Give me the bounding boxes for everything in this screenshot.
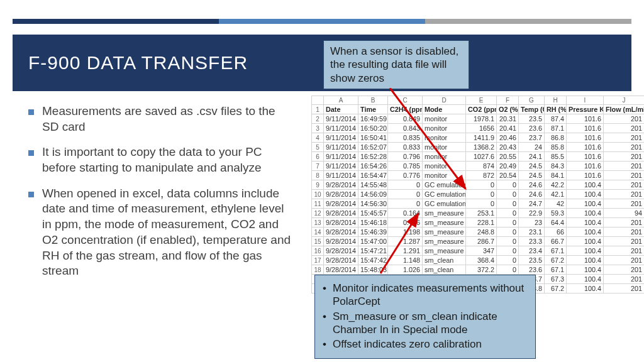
header-cell: CO2 (ppm (466, 105, 497, 114)
header-cell: Temp (C) (519, 105, 545, 114)
row-label: 11 (312, 199, 324, 209)
data-cell: monitor (423, 143, 466, 152)
data-cell: 94 (604, 209, 645, 218)
data-cell: 23.1 (519, 228, 545, 237)
data-cell: monitor (423, 133, 466, 143)
row-label: 13 (312, 218, 324, 228)
data-cell: 0 (388, 199, 423, 209)
data-cell: 67.3 (545, 275, 567, 284)
data-cell: 87.4 (545, 114, 567, 124)
data-cell: GC emulation (423, 199, 466, 209)
col-label: D (423, 96, 466, 105)
row-label: 16 (312, 246, 324, 256)
data-cell: 0 (388, 180, 423, 190)
data-cell: 100.4 (567, 228, 604, 237)
data-cell: 16:52:28 (358, 152, 388, 162)
body-text: Measurements are saved as .csv files to … (28, 104, 292, 289)
data-cell: 9/28/2014 (324, 265, 358, 275)
col-label: H (545, 96, 567, 105)
data-cell: 872 (466, 171, 497, 180)
data-cell: 87.1 (545, 124, 567, 133)
data-cell: 24.6 (519, 190, 545, 199)
data-cell: 101.6 (567, 133, 604, 143)
data-cell: 9/11/2014 (324, 162, 358, 171)
data-cell: 0.835 (388, 133, 423, 143)
data-cell: 22.9 (519, 209, 545, 218)
data-cell: 24.7 (519, 199, 545, 209)
data-cell: 15:47:00 (358, 237, 388, 246)
data-cell: 0.849 (388, 114, 423, 124)
row-label: 9 (312, 180, 324, 190)
data-cell: 0 (497, 256, 519, 265)
header-cell: O2 (%) (497, 105, 519, 114)
header-cell: C2H4 (ppmv) (388, 105, 423, 114)
row-label: 14 (312, 228, 324, 237)
data-cell: 253.1 (466, 209, 497, 218)
data-cell: 14:56:30 (358, 199, 388, 209)
callout-item: Offset indicates zero calibration (321, 337, 529, 351)
data-cell: 201 (604, 265, 645, 275)
data-cell: 101.6 (567, 124, 604, 133)
data-cell: 201 (604, 152, 645, 162)
col-label: A (324, 96, 358, 105)
data-cell: 85.8 (545, 143, 567, 152)
data-cell: 66 (545, 228, 567, 237)
data-cell: 228.1 (466, 218, 497, 228)
data-cell: 9/28/2014 (324, 190, 358, 199)
page-title: F-900 DATA TRANSFER (28, 52, 248, 74)
data-cell: 64.4 (545, 218, 567, 228)
row-label: 6 (312, 152, 324, 162)
data-cell: 201 (604, 143, 645, 152)
data-cell: 0 (497, 190, 519, 199)
data-cell: 0 (497, 209, 519, 218)
row-label: 10 (312, 190, 324, 199)
title-bar: F-900 DATA TRANSFER (13, 35, 631, 91)
data-cell: 286.7 (466, 237, 497, 246)
data-cell: sm_measure (423, 246, 466, 256)
body-bullet: It is important to copy the data to your… (28, 145, 292, 175)
data-cell: 16:50:41 (358, 133, 388, 143)
data-cell: 20.55 (497, 152, 519, 162)
body-bullet: When opened in excel, data columns inclu… (28, 186, 292, 279)
data-cell: 15:48:03 (358, 265, 388, 275)
data-cell: 24.5 (519, 171, 545, 180)
data-cell: 67.1 (545, 246, 567, 256)
data-cell: 67.1 (545, 265, 567, 275)
header-cell: Mode (423, 105, 466, 114)
header-cell: Pressure KPa (567, 105, 604, 114)
data-cell: 16:54:26 (358, 162, 388, 171)
data-cell: 0 (497, 199, 519, 209)
col-label: G (519, 96, 545, 105)
data-cell: 42 (545, 199, 567, 209)
data-cell: GC emulation (423, 190, 466, 199)
data-cell: 9/28/2014 (324, 199, 358, 209)
data-cell: 201 (604, 256, 645, 265)
data-cell: 14:55:48 (358, 180, 388, 190)
row-label: 3 (312, 124, 324, 133)
accent-bar (13, 19, 631, 24)
data-cell: 84.3 (545, 162, 567, 171)
data-cell: 372.2 (466, 265, 497, 275)
col-label: I (567, 96, 604, 105)
data-cell: 24.6 (519, 180, 545, 190)
data-cell: 0.164 (388, 209, 423, 218)
body-bullet: Measurements are saved as .csv files to … (28, 104, 292, 134)
row-label: 2 (312, 114, 324, 124)
data-cell: 1027.6 (466, 152, 497, 162)
data-cell: 9/28/2014 (324, 209, 358, 218)
data-cell: sm_measure (423, 209, 466, 218)
data-cell: 23.3 (519, 237, 545, 246)
data-cell: 16:54:47 (358, 171, 388, 180)
data-cell: 100.4 (567, 237, 604, 246)
data-cell: 0 (466, 199, 497, 209)
data-cell: 100.4 (567, 265, 604, 275)
data-cell: 1.291 (388, 246, 423, 256)
data-cell: 9/28/2014 (324, 256, 358, 265)
data-cell: sm_measure (423, 218, 466, 228)
data-cell: 14:56:09 (358, 190, 388, 199)
data-cell: 201 (604, 171, 645, 180)
data-cell: 23.5 (519, 256, 545, 265)
data-cell: 201 (604, 199, 645, 209)
data-cell: 1.148 (388, 256, 423, 265)
data-cell: monitor (423, 124, 466, 133)
